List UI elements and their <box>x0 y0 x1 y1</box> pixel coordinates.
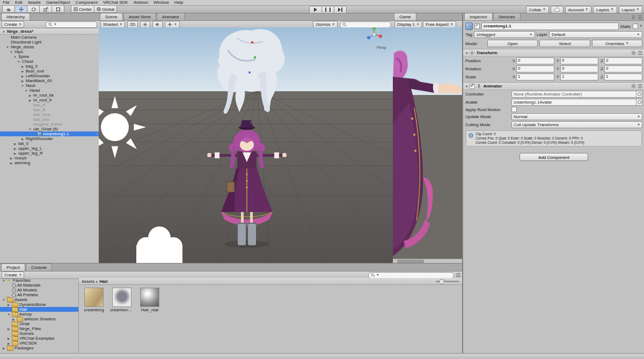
model-open-button[interactable]: Open <box>487 40 538 47</box>
hand-tool-button[interactable] <box>2 5 15 13</box>
menu-item[interactable]: Assets <box>25 0 43 5</box>
game-viewport[interactable] <box>393 27 462 259</box>
project-grid-item[interactable]: Hair_mat <box>138 288 162 312</box>
pivot-toggle-button[interactable]: Center <box>71 5 94 13</box>
hierarchy-item[interactable]: Neck › <box>0 83 99 88</box>
create-button[interactable]: Create▼ <box>2 21 24 28</box>
hierarchy-item[interactable]: Directional Light › <box>0 40 99 45</box>
breadcrumb-root[interactable]: Assets <box>82 279 94 284</box>
root-motion-checkbox[interactable] <box>511 107 517 112</box>
panel-menu-icon[interactable] <box>638 16 642 19</box>
menu-item[interactable]: GameObject <box>43 0 73 5</box>
menu-item[interactable]: File <box>0 0 12 5</box>
play-button[interactable] <box>309 6 322 13</box>
hierarchy-item[interactable]: kao_A › <box>0 102 99 107</box>
y-value-field[interactable]: 0 <box>560 65 598 72</box>
expander-icon[interactable] <box>11 318 16 321</box>
animator-enabled-checkbox[interactable] <box>470 84 475 89</box>
culling-mode-dropdown[interactable]: Cull Update Transforms▼ <box>511 121 642 128</box>
hierarchy-item[interactable]: Head › <box>0 88 99 93</box>
expander-icon[interactable] <box>6 342 11 345</box>
project-tree-item[interactable]: All Models <box>0 288 78 292</box>
expander-icon[interactable] <box>20 70 25 73</box>
rect-tool-button[interactable] <box>52 5 64 13</box>
add-component-button[interactable]: Add Component <box>519 153 588 161</box>
menu-item[interactable]: Arktoon <box>131 0 151 5</box>
x-value-field[interactable]: 1 <box>516 74 554 80</box>
collab-button[interactable]: Collab▼ <box>526 6 549 13</box>
hierarchy-item[interactable]: Spine › <box>0 54 99 59</box>
component-menu-icon[interactable] <box>638 84 642 88</box>
project-grid-item[interactable]: creamlong1... <box>110 288 134 312</box>
expander-icon[interactable] <box>6 327 11 331</box>
model-overrides-button[interactable]: Overrides▼ <box>592 40 642 47</box>
project-tree-item[interactable]: All Materials <box>0 283 78 288</box>
asset-thumbnail[interactable] <box>84 288 104 307</box>
expander-icon[interactable] <box>5 46 10 49</box>
hierarchy-search-input[interactable]: ▼ <box>46 21 97 28</box>
pause-button[interactable] <box>322 6 334 13</box>
step-button[interactable] <box>334 6 347 13</box>
object-picker-icon[interactable] <box>636 91 642 97</box>
project-tab[interactable]: Project <box>1 263 25 271</box>
expander-icon[interactable] <box>9 157 13 160</box>
thumbnail-zoom-slider[interactable] <box>436 281 459 282</box>
hierarchy-item[interactable]: bag_0 › <box>0 64 99 69</box>
expander-icon[interactable] <box>20 79 25 83</box>
hierarchy-item[interactable]: Nirge_dress › <box>0 45 99 49</box>
x-value-field[interactable]: 0 <box>516 65 554 72</box>
expander-icon[interactable] <box>2 30 6 33</box>
hierarchy-item[interactable]: RightShoulder › <box>0 136 99 141</box>
game-horizontal-scrollbar[interactable] <box>393 259 462 263</box>
update-mode-dropdown[interactable]: Normal▼ <box>511 113 642 120</box>
hierarchy-item[interactable]: uts_GHat (5) › <box>0 127 99 131</box>
hierarchy-item[interactable]: tail_0 › <box>0 141 99 146</box>
hierarchy-item[interactable]: kao_red › <box>0 117 99 122</box>
expander-icon[interactable] <box>20 65 25 68</box>
static-dropdown-caret[interactable]: ▼ <box>640 25 642 28</box>
x-value-field[interactable]: 0 <box>516 57 554 64</box>
asset-thumbnail[interactable] <box>112 288 131 307</box>
project-tree-item[interactable]: Favorites <box>0 278 78 283</box>
scale-tool-button[interactable] <box>40 5 52 13</box>
hierarchy-item[interactable]: Bust_root › <box>0 69 99 74</box>
hierarchy-item[interactable]: creamlong1.1 › <box>0 131 99 136</box>
projection-label[interactable]: Persp <box>377 46 386 49</box>
scene-tab[interactable]: Scene <box>100 13 123 20</box>
expander-icon[interactable] <box>28 128 32 131</box>
inspector-tab[interactable]: Inspector <box>464 13 493 20</box>
expander-icon[interactable] <box>13 142 17 145</box>
project-tree-item[interactable]: VRCSDK <box>0 341 78 346</box>
expander-icon[interactable] <box>2 347 6 350</box>
project-tab[interactable]: Console <box>26 263 52 271</box>
project-tree-item[interactable]: All Prefabs <box>0 292 78 297</box>
expander-icon[interactable] <box>13 147 17 150</box>
layers-button[interactable]: Layers▼ <box>593 6 617 13</box>
hierarchy-item[interactable]: kao_blue › <box>0 112 99 117</box>
hierarchy-item[interactable]: upper_leg_L › <box>0 146 99 151</box>
expander-icon[interactable] <box>6 303 11 306</box>
hierarchy-item[interactable]: Hips › <box>0 49 99 54</box>
scene-search-input[interactable] <box>340 21 391 28</box>
expander-icon[interactable] <box>20 75 25 78</box>
asset-thumbnail[interactable] <box>140 288 159 307</box>
fold-icon[interactable] <box>465 84 468 89</box>
hierarchy-item[interactable]: upper_leg_R › <box>0 151 99 156</box>
scene-tab[interactable]: Animator <box>157 13 185 20</box>
expander-icon[interactable] <box>2 298 6 302</box>
lock-icon[interactable] <box>631 14 636 20</box>
expander-icon[interactable] <box>13 152 17 155</box>
animator-component-header[interactable]: Animator <box>463 82 644 90</box>
tab-game[interactable]: Game <box>394 13 416 20</box>
hierarchy-item[interactable]: hr_root_fr › <box>0 98 99 102</box>
gear-icon[interactable] <box>631 84 636 89</box>
cloud-button[interactable] <box>551 6 564 13</box>
expander-icon[interactable] <box>20 137 25 141</box>
scene-tab[interactable]: Asset Store <box>123 13 156 20</box>
scene-viewport[interactable]: Persp <box>99 27 393 263</box>
fold-icon[interactable] <box>465 50 468 55</box>
expander-icon[interactable] <box>2 279 6 282</box>
component-menu-icon[interactable] <box>638 51 642 55</box>
scene-header-row[interactable]: Nirge_dress* <box>0 28 99 35</box>
move-tool-button[interactable] <box>15 5 27 13</box>
